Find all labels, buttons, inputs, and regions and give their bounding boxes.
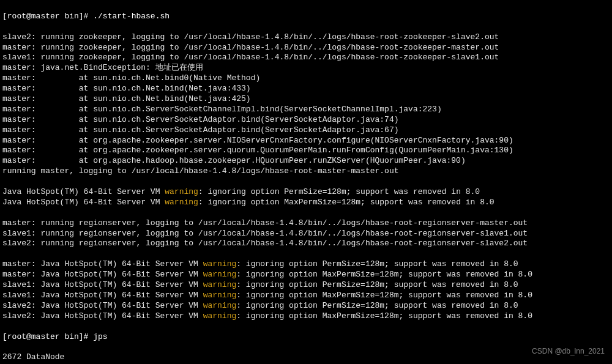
output-line: master: at org.apache.zookeeper.server.q…	[2, 146, 610, 156]
output-line: master: java.net.BindException: 地址已在使用	[2, 63, 610, 73]
warning-keyword: warning	[165, 198, 198, 207]
output-line: slave2: Java HotSpot(TM) 64-Bit Server V…	[2, 301, 610, 311]
warning-keyword: warning	[203, 270, 237, 279]
output-line: master: at sun.nio.ch.Net.bind0(Native M…	[2, 73, 610, 84]
output-line: slave2: Java HotSpot(TM) 64-Bit Server V…	[2, 311, 610, 322]
output-line: master: running regionserver, logging to…	[2, 218, 610, 229]
output-line: Java HotSpot(TM) 64-Bit Server VM warnin…	[2, 187, 610, 198]
warning-keyword: warning	[203, 291, 237, 300]
output-line: master: Java HotSpot(TM) 64-Bit Server V…	[2, 270, 610, 280]
output-line: master: at sun.nio.ch.ServerSocketAdapto…	[2, 115, 610, 125]
warning-keyword: warning	[203, 311, 237, 321]
output-line: Java HotSpot(TM) 64-Bit Server VM warnin…	[2, 198, 610, 208]
output-line: master: at sun.nio.ch.ServerSocketChanne…	[2, 105, 610, 115]
output-line: slave2: running zookeeper, logging to /u…	[2, 32, 610, 43]
warning-keyword: warning	[203, 280, 237, 289]
output-line: master: at sun.nio.ch.Net.bind(Net.java:…	[2, 94, 610, 105]
watermark-text: CSDN @db_lnn_2021	[532, 347, 605, 357]
warning-keyword: warning	[165, 187, 198, 196]
output-line: master: at sun.nio.ch.Net.bind(Net.java:…	[2, 84, 610, 94]
warning-keyword: warning	[203, 259, 237, 269]
output-line: slave1: Java HotSpot(TM) 64-Bit Server V…	[2, 291, 610, 301]
output-line: master: at org.apache.hadoop.hbase.zooke…	[2, 156, 610, 166]
output-line: master: at org.apache.zookeeper.server.N…	[2, 136, 610, 146]
terminal-output[interactable]: [root@master bin]# ./start-hbase.sh slav…	[0, 0, 612, 364]
output-line: master: at sun.nio.ch.ServerSocketAdapto…	[2, 125, 610, 136]
output-line: slave1: running zookeeper, logging to /u…	[2, 53, 610, 63]
output-line: slave1: running regionserver, logging to…	[2, 229, 610, 239]
output-line: slave2: running regionserver, logging to…	[2, 239, 610, 249]
output-line: master: running zookeeper, logging to /u…	[2, 43, 610, 53]
output-line: slave1: Java HotSpot(TM) 64-Bit Server V…	[2, 280, 610, 291]
output-line: running master, logging to /usr/local/hb…	[2, 166, 610, 177]
output-line: master: Java HotSpot(TM) 64-Bit Server V…	[2, 259, 610, 270]
shell-prompt: [root@master bin]# jps	[2, 332, 610, 343]
shell-prompt: [root@master bin]# ./start-hbase.sh	[2, 12, 610, 22]
warning-keyword: warning	[203, 301, 237, 310]
output-line: 2672 DataNode	[2, 352, 610, 363]
